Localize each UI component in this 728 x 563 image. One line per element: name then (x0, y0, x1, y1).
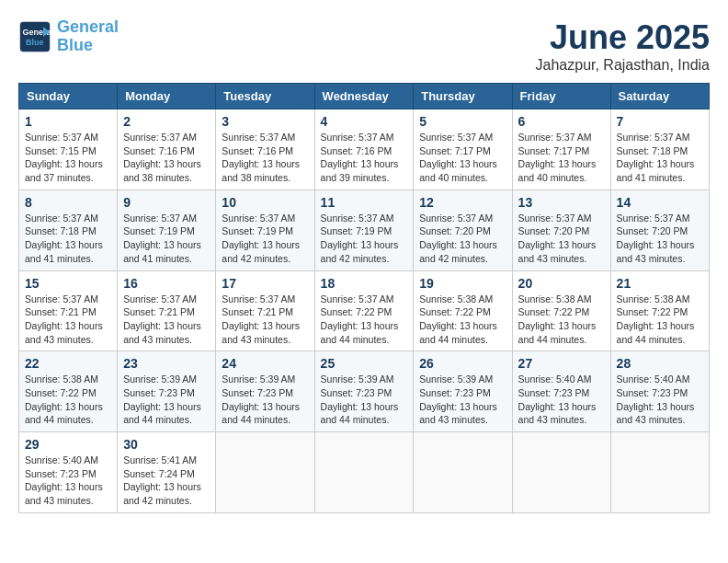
table-row: 13Sunrise: 5:37 AMSunset: 7:20 PMDayligh… (512, 190, 610, 270)
day-info: Sunrise: 5:40 AMSunset: 7:23 PMDaylight:… (518, 373, 597, 425)
day-number: 19 (419, 276, 506, 291)
day-number: 23 (123, 356, 210, 371)
day-number: 11 (321, 195, 408, 210)
day-info: Sunrise: 5:37 AMSunset: 7:22 PMDaylight:… (321, 293, 399, 345)
day-number: 22 (25, 356, 111, 371)
day-number: 12 (419, 195, 506, 210)
calendar-table: Sunday Monday Tuesday Wednesday Thursday… (18, 83, 710, 513)
day-number: 7 (617, 114, 703, 129)
table-row: 18Sunrise: 5:37 AMSunset: 7:22 PMDayligh… (314, 270, 414, 351)
calendar-row-4: 29Sunrise: 5:40 AMSunset: 7:23 PMDayligh… (19, 432, 710, 513)
calendar-row-0: 1Sunrise: 5:37 AMSunset: 7:15 PMDaylight… (19, 109, 710, 190)
day-number: 14 (617, 195, 703, 210)
header-thursday: Thursday (414, 84, 512, 109)
day-number: 10 (222, 195, 308, 210)
day-info: Sunrise: 5:40 AMSunset: 7:23 PMDaylight:… (25, 454, 103, 506)
calendar-header-row: Sunday Monday Tuesday Wednesday Thursday… (19, 84, 710, 109)
table-row (610, 432, 709, 513)
table-row: 27Sunrise: 5:40 AMSunset: 7:23 PMDayligh… (512, 351, 610, 432)
table-row: 6Sunrise: 5:37 AMSunset: 7:17 PMDaylight… (512, 109, 610, 190)
table-row: 29Sunrise: 5:40 AMSunset: 7:23 PMDayligh… (19, 432, 118, 513)
day-number: 8 (25, 195, 111, 210)
day-info: Sunrise: 5:38 AMSunset: 7:22 PMDaylight:… (25, 373, 103, 425)
day-info: Sunrise: 5:39 AMSunset: 7:23 PMDaylight:… (419, 373, 497, 425)
day-number: 21 (617, 276, 703, 291)
month-title: June 2025 (536, 18, 710, 57)
table-row: 5Sunrise: 5:37 AMSunset: 7:17 PMDaylight… (414, 109, 512, 190)
day-info: Sunrise: 5:40 AMSunset: 7:23 PMDaylight:… (617, 373, 695, 425)
day-number: 5 (419, 114, 506, 129)
logo: General Blue General Blue (18, 18, 119, 55)
table-row: 30Sunrise: 5:41 AMSunset: 7:24 PMDayligh… (118, 432, 216, 513)
day-info: Sunrise: 5:37 AMSunset: 7:21 PMDaylight:… (25, 293, 103, 345)
day-info: Sunrise: 5:39 AMSunset: 7:23 PMDaylight:… (123, 373, 201, 425)
day-info: Sunrise: 5:37 AMSunset: 7:15 PMDaylight:… (25, 132, 103, 183)
calendar-row-3: 22Sunrise: 5:38 AMSunset: 7:22 PMDayligh… (19, 351, 710, 432)
day-info: Sunrise: 5:37 AMSunset: 7:19 PMDaylight:… (222, 213, 300, 264)
day-info: Sunrise: 5:39 AMSunset: 7:23 PMDaylight:… (222, 373, 300, 425)
day-info: Sunrise: 5:37 AMSunset: 7:20 PMDaylight:… (419, 213, 497, 264)
table-row: 8Sunrise: 5:37 AMSunset: 7:18 PMDaylight… (19, 190, 118, 270)
table-row (512, 432, 610, 513)
day-info: Sunrise: 5:37 AMSunset: 7:21 PMDaylight:… (222, 293, 300, 345)
day-number: 18 (321, 276, 408, 291)
table-row: 16Sunrise: 5:37 AMSunset: 7:21 PMDayligh… (118, 270, 216, 351)
table-row: 9Sunrise: 5:37 AMSunset: 7:19 PMDaylight… (118, 190, 216, 270)
table-row: 25Sunrise: 5:39 AMSunset: 7:23 PMDayligh… (314, 351, 414, 432)
header-wednesday: Wednesday (314, 84, 414, 109)
table-row: 10Sunrise: 5:37 AMSunset: 7:19 PMDayligh… (216, 190, 314, 270)
table-row: 15Sunrise: 5:37 AMSunset: 7:21 PMDayligh… (19, 270, 118, 351)
header-friday: Friday (512, 84, 610, 109)
day-number: 24 (222, 356, 308, 371)
day-number: 30 (123, 437, 210, 452)
day-info: Sunrise: 5:37 AMSunset: 7:17 PMDaylight:… (419, 132, 497, 183)
logo-text: General Blue (57, 18, 119, 55)
day-number: 13 (518, 195, 605, 210)
calendar-row-2: 15Sunrise: 5:37 AMSunset: 7:21 PMDayligh… (19, 270, 710, 351)
header-sunday: Sunday (19, 84, 118, 109)
day-info: Sunrise: 5:37 AMSunset: 7:18 PMDaylight:… (25, 213, 103, 264)
table-row: 14Sunrise: 5:37 AMSunset: 7:20 PMDayligh… (610, 190, 709, 270)
day-info: Sunrise: 5:38 AMSunset: 7:22 PMDaylight:… (518, 293, 597, 345)
day-number: 28 (617, 356, 703, 371)
day-number: 15 (25, 276, 111, 291)
table-row: 7Sunrise: 5:37 AMSunset: 7:18 PMDaylight… (610, 109, 709, 190)
table-row: 24Sunrise: 5:39 AMSunset: 7:23 PMDayligh… (216, 351, 314, 432)
calendar-row-1: 8Sunrise: 5:37 AMSunset: 7:18 PMDaylight… (19, 190, 710, 270)
day-info: Sunrise: 5:37 AMSunset: 7:19 PMDaylight:… (123, 213, 201, 264)
table-row: 22Sunrise: 5:38 AMSunset: 7:22 PMDayligh… (19, 351, 118, 432)
logo-line1: General (57, 17, 119, 36)
day-number: 4 (321, 114, 408, 129)
day-info: Sunrise: 5:37 AMSunset: 7:16 PMDaylight:… (123, 132, 201, 183)
location: Jahazpur, Rajasthan, India (536, 57, 710, 74)
table-row: 1Sunrise: 5:37 AMSunset: 7:15 PMDaylight… (19, 109, 118, 190)
table-row: 26Sunrise: 5:39 AMSunset: 7:23 PMDayligh… (414, 351, 512, 432)
day-number: 17 (222, 276, 308, 291)
day-info: Sunrise: 5:38 AMSunset: 7:22 PMDaylight:… (419, 293, 497, 345)
table-row: 28Sunrise: 5:40 AMSunset: 7:23 PMDayligh… (610, 351, 709, 432)
day-info: Sunrise: 5:37 AMSunset: 7:16 PMDaylight:… (321, 132, 399, 183)
svg-text:Blue: Blue (26, 38, 44, 47)
day-info: Sunrise: 5:39 AMSunset: 7:23 PMDaylight:… (321, 373, 399, 425)
table-row (414, 432, 512, 513)
day-info: Sunrise: 5:41 AMSunset: 7:24 PMDaylight:… (123, 454, 201, 506)
page-header: General Blue General Blue June 2025 Jaha… (18, 18, 710, 74)
day-number: 3 (222, 114, 308, 129)
table-row: 4Sunrise: 5:37 AMSunset: 7:16 PMDaylight… (314, 109, 414, 190)
title-area: June 2025 Jahazpur, Rajasthan, India (536, 18, 710, 74)
table-row: 20Sunrise: 5:38 AMSunset: 7:22 PMDayligh… (512, 270, 610, 351)
day-number: 25 (321, 356, 408, 371)
day-info: Sunrise: 5:37 AMSunset: 7:16 PMDaylight:… (222, 132, 300, 183)
day-info: Sunrise: 5:38 AMSunset: 7:22 PMDaylight:… (617, 293, 695, 345)
day-number: 1 (25, 114, 111, 129)
day-number: 6 (518, 114, 605, 129)
day-number: 2 (123, 114, 210, 129)
day-number: 26 (419, 356, 506, 371)
day-number: 27 (518, 356, 605, 371)
table-row: 17Sunrise: 5:37 AMSunset: 7:21 PMDayligh… (216, 270, 314, 351)
table-row: 12Sunrise: 5:37 AMSunset: 7:20 PMDayligh… (414, 190, 512, 270)
table-row: 21Sunrise: 5:38 AMSunset: 7:22 PMDayligh… (610, 270, 709, 351)
table-row: 23Sunrise: 5:39 AMSunset: 7:23 PMDayligh… (118, 351, 216, 432)
table-row: 2Sunrise: 5:37 AMSunset: 7:16 PMDaylight… (118, 109, 216, 190)
logo-icon: General Blue (18, 20, 51, 53)
